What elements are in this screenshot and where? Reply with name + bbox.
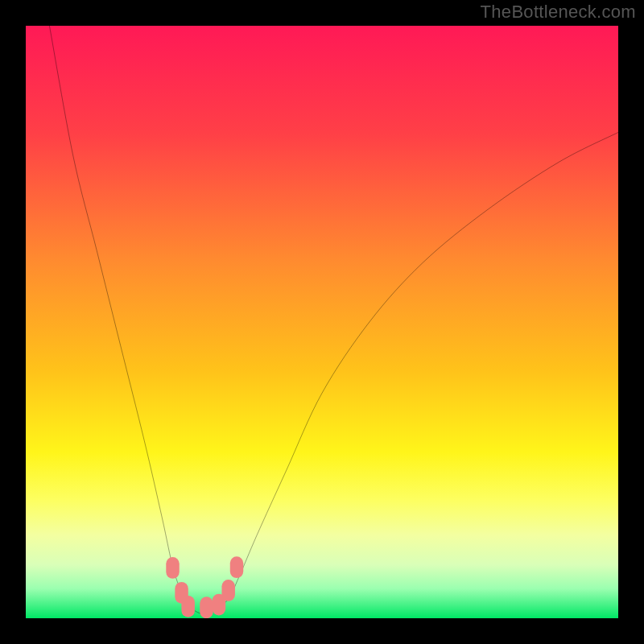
curve-marker — [166, 557, 179, 579]
curve-marker — [200, 597, 213, 618]
bottleneck-curve — [26, 26, 618, 618]
plot-area — [26, 26, 618, 618]
curve-line — [49, 26, 618, 613]
curve-marker — [230, 556, 243, 578]
curve-marker — [181, 596, 194, 617]
watermark-text: TheBottleneck.com — [481, 2, 636, 23]
chart-outer-frame: TheBottleneck.com — [0, 0, 644, 644]
curve-markers — [166, 556, 243, 618]
curve-marker — [221, 580, 234, 601]
